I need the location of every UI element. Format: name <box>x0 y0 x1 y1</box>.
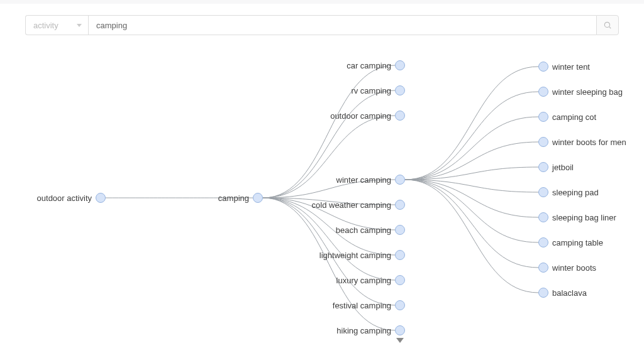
category-select[interactable]: activity <box>25 15 88 35</box>
node-label-festival: festival camping <box>333 301 391 310</box>
node-beach[interactable] <box>395 225 405 235</box>
node-label-root: outdoor activity <box>37 193 92 203</box>
node-label-jet: jetboil <box>552 163 574 172</box>
node-label-car: car camping <box>347 61 391 70</box>
node-outdoor[interactable] <box>395 111 405 121</box>
node-cot[interactable] <box>538 112 548 122</box>
node-luxury[interactable] <box>395 275 405 285</box>
node-label-outdoor: outdoor camping <box>330 111 391 121</box>
node-label-main: camping <box>218 193 249 203</box>
node-label-wtent: winter tent <box>552 62 590 72</box>
node-light[interactable] <box>395 250 405 260</box>
node-label-cot: camping cot <box>552 112 596 122</box>
node-liner[interactable] <box>538 212 548 222</box>
node-label-wboot: winter boots <box>552 263 596 273</box>
search-button[interactable] <box>596 15 619 35</box>
node-label-hiking: hiking camping <box>336 326 391 335</box>
node-label-wbootm: winter boots for men <box>552 138 626 147</box>
node-wbootm[interactable] <box>538 137 548 147</box>
node-cold[interactable] <box>395 200 405 210</box>
category-select-label: activity <box>33 21 58 30</box>
node-rv[interactable] <box>395 85 405 95</box>
node-main[interactable] <box>253 193 263 203</box>
node-label-rv: rv camping <box>351 86 391 95</box>
node-car[interactable] <box>395 60 405 70</box>
node-wboot[interactable] <box>538 263 548 273</box>
search-icon <box>603 21 612 30</box>
node-pad[interactable] <box>538 187 548 197</box>
node-festival[interactable] <box>395 300 405 310</box>
expand-more-icon[interactable] <box>396 338 404 343</box>
node-label-liner: sleeping bag liner <box>552 213 616 222</box>
node-table[interactable] <box>538 237 548 247</box>
svg-line-1 <box>609 27 611 29</box>
node-wtent[interactable] <box>538 62 548 72</box>
node-label-pad: sleeping pad <box>552 188 599 197</box>
node-root[interactable] <box>96 193 106 203</box>
node-label-table: camping table <box>552 238 603 247</box>
svg-point-0 <box>604 22 609 27</box>
node-hiking[interactable] <box>395 325 405 335</box>
node-jet[interactable] <box>538 162 548 172</box>
node-label-wbag: winter sleeping bag <box>552 87 623 97</box>
node-winter[interactable] <box>395 175 405 185</box>
node-bala[interactable] <box>538 288 548 298</box>
search-input[interactable] <box>88 15 596 35</box>
node-label-luxury: luxury camping <box>336 276 391 285</box>
node-label-winter: winter camping <box>336 175 391 185</box>
node-label-light: lightweight camping <box>319 251 391 260</box>
node-label-cold: cold weather camping <box>312 200 391 210</box>
search-bar: activity <box>0 4 644 43</box>
node-label-bala: balaclava <box>552 288 587 298</box>
chevron-down-icon <box>77 24 82 27</box>
node-wbag[interactable] <box>538 87 548 97</box>
node-label-beach: beach camping <box>336 225 391 235</box>
taxonomy-diagram: outdoor activitycampingcar campingrv cam… <box>0 43 644 358</box>
